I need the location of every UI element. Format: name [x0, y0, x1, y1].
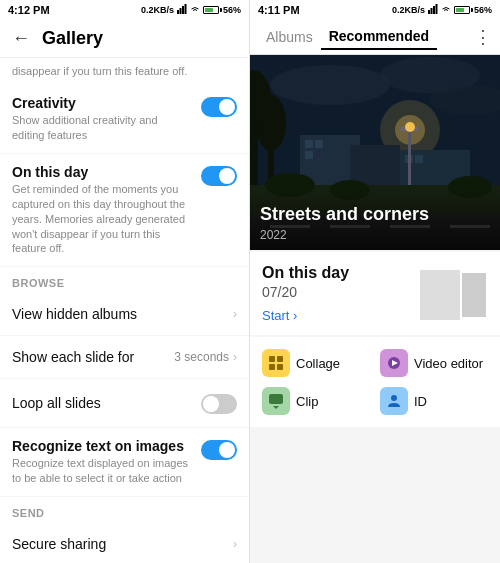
svg-rect-5 [430, 8, 432, 14]
on-this-day-toggle[interactable] [201, 166, 237, 186]
loop-label: Loop all slides [12, 395, 101, 411]
video-icon [380, 349, 408, 377]
subtitle-text: disappear if you turn this feature off. [0, 58, 249, 85]
recognize-label: Recognize text on images [12, 438, 192, 454]
card-title: Streets and corners [260, 204, 490, 226]
recognize-toggle[interactable] [201, 440, 237, 460]
on-this-day-title: On this day [262, 264, 418, 282]
on-this-day-date: 07/20 [262, 284, 418, 300]
slide-label: Show each slide for [12, 349, 134, 365]
card-year: 2022 [260, 228, 490, 242]
svg-rect-19 [305, 140, 313, 148]
creativity-setting: Creativity Show additional creativity an… [0, 85, 249, 154]
header-left: ← Gallery [0, 20, 249, 58]
back-button[interactable]: ← [12, 28, 30, 49]
svg-rect-2 [182, 6, 184, 14]
start-link[interactable]: Start › [262, 308, 418, 323]
page-title: Gallery [42, 28, 103, 49]
tools-section: Collage Video editor Clip ID [250, 337, 500, 427]
clip-tool[interactable]: Clip [262, 387, 370, 415]
collage-label: Collage [296, 356, 340, 371]
clip-label: Clip [296, 394, 318, 409]
slide-value-row: 3 seconds › [174, 350, 237, 364]
wifi-icon-right [441, 4, 451, 16]
signal-icon-right [428, 4, 438, 16]
on-this-day-row: On this day 07/20 Start › [262, 264, 488, 323]
id-tool[interactable]: ID [380, 387, 488, 415]
creativity-label: Creativity [12, 95, 192, 111]
wifi-icon [190, 4, 200, 16]
card-overlay: Streets and corners 2022 [250, 188, 500, 250]
featured-card[interactable]: Streets and corners 2022 [250, 55, 500, 250]
more-menu-icon[interactable]: ⋮ [474, 26, 492, 48]
svg-point-46 [391, 395, 397, 401]
chevron-icon: › [233, 307, 237, 321]
clip-icon [262, 387, 290, 415]
loop-toggle[interactable] [201, 394, 237, 414]
svg-rect-38 [269, 356, 275, 362]
on-this-day-section: On this day 07/20 Start › [250, 252, 500, 335]
svg-rect-0 [177, 10, 179, 14]
video-editor-label: Video editor [414, 356, 483, 371]
secure-sharing-chevron: › [233, 537, 237, 551]
id-label: ID [414, 394, 427, 409]
time-left: 4:12 PM [8, 4, 50, 16]
collage-tool[interactable]: Collage [262, 349, 370, 377]
recognize-text-setting: Recognize text on images Recognize text … [0, 428, 249, 497]
secure-sharing-label: Secure sharing [12, 536, 106, 552]
browse-section-label: BROWSE [0, 267, 249, 293]
start-label: Start › [262, 308, 297, 323]
svg-point-28 [405, 122, 415, 132]
svg-rect-39 [277, 356, 283, 362]
status-bar-left: 4:12 PM 0.2KB/s 56% [0, 0, 249, 20]
creativity-toggle[interactable] [201, 97, 237, 117]
svg-rect-6 [433, 6, 435, 14]
recognize-desc: Recognize text displayed on images to be… [12, 456, 192, 486]
loop-slides[interactable]: Loop all slides [0, 379, 249, 428]
svg-rect-25 [415, 155, 423, 163]
slide-chevron-icon: › [233, 350, 237, 364]
creativity-desc: Show additional creativity and editing f… [12, 113, 192, 143]
svg-rect-3 [184, 4, 186, 14]
send-section-label: SEND [0, 497, 249, 523]
tabs-bar: Albums Recommended ⋮ [250, 20, 500, 55]
status-bar-right: 4:11 PM 0.2KB/s 56% [250, 0, 500, 20]
signal-icon [177, 4, 187, 16]
status-icons-left: 0.2KB/s 56% [141, 4, 241, 16]
time-right: 4:11 PM [258, 4, 300, 16]
network-left: 0.2KB/s [141, 5, 174, 15]
svg-rect-4 [428, 10, 430, 14]
svg-rect-1 [179, 8, 181, 14]
left-panel: 4:12 PM 0.2KB/s 56% ← Gallery disappear … [0, 0, 250, 563]
tab-albums[interactable]: Albums [258, 25, 321, 49]
hidden-albums-label: View hidden albums [12, 306, 137, 322]
view-hidden-albums[interactable]: View hidden albums › [0, 293, 249, 336]
svg-rect-41 [277, 364, 283, 370]
svg-point-17 [256, 95, 286, 151]
secure-sharing[interactable]: Secure sharing › [0, 523, 249, 563]
show-each-slide[interactable]: Show each slide for 3 seconds › [0, 336, 249, 379]
id-icon [380, 387, 408, 415]
svg-rect-40 [269, 364, 275, 370]
svg-point-9 [270, 65, 390, 105]
network-right: 0.2KB/s [392, 5, 425, 15]
on-this-day-desc: Get reminded of the moments you captured… [12, 182, 192, 256]
svg-rect-20 [315, 140, 323, 148]
battery-right: 56% [454, 5, 492, 15]
battery-left: 56% [203, 5, 241, 15]
on-this-day-label: On this day [12, 164, 192, 180]
svg-rect-7 [435, 4, 437, 14]
video-editor-tool[interactable]: Video editor [380, 349, 488, 377]
status-icons-right: 0.2KB/s 56% [392, 4, 492, 16]
svg-rect-21 [305, 151, 313, 159]
collage-icon [262, 349, 290, 377]
tab-recommended[interactable]: Recommended [321, 24, 437, 50]
slide-value: 3 seconds [174, 350, 229, 364]
on-this-day-setting: On this day Get reminded of the moments … [0, 154, 249, 267]
svg-marker-45 [273, 406, 279, 409]
thumbnail-1 [418, 268, 462, 322]
right-panel: 4:11 PM 0.2KB/s 56% Albums Recommended ⋮ [250, 0, 500, 563]
svg-rect-44 [269, 394, 283, 404]
